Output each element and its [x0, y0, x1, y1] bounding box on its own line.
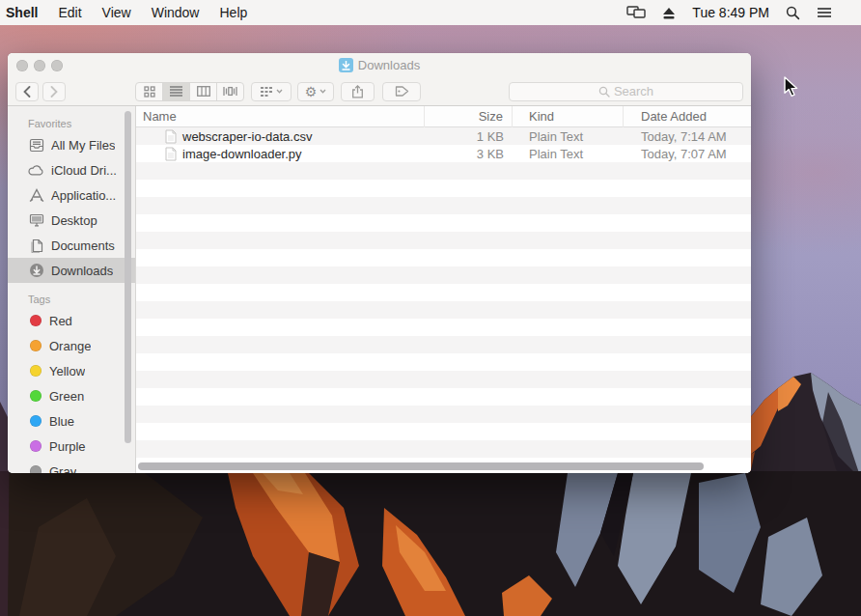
sidebar-tag-gray[interactable]: Gray [8, 459, 135, 473]
tag-label: Purple [49, 439, 86, 454]
chevron-down-icon [319, 89, 326, 94]
favorites-section-label: Favorites [8, 115, 135, 132]
sidebar-item-downloads[interactable]: Downloads [8, 258, 135, 283]
file-name: webscraper-io-data.csv [182, 129, 312, 144]
toolbar: ⚙ Search [8, 77, 751, 105]
sidebar-item-documents[interactable]: Documents [8, 233, 135, 258]
tag-color-dot [30, 390, 42, 402]
document-icon [165, 147, 177, 161]
horizontal-scrollbar[interactable] [138, 462, 704, 470]
zoom-button[interactable] [51, 60, 63, 71]
sidebar-tag-blue[interactable]: Blue [8, 408, 135, 434]
file-list: Name Size Kind Date Added webscraper-io-… [136, 106, 751, 473]
table-row[interactable]: webscraper-io-data.csv 1 KB Plain Text T… [136, 127, 751, 145]
menu-bar: Shell Edit View Window Help Tue 8:49 PM [0, 0, 861, 25]
documents-icon [28, 238, 44, 254]
sidebar-item-icloud-drive[interactable]: iCloud Dri... [8, 157, 135, 182]
coverflow-view-button[interactable] [217, 83, 243, 100]
sidebar-item-label: All My Files [51, 138, 115, 153]
column-headers: Name Size Kind Date Added [136, 106, 751, 127]
desktop: Shell Edit View Window Help Tue 8:49 PM [0, 0, 861, 616]
list-view-button[interactable] [163, 83, 190, 100]
sidebar-tag-purple[interactable]: Purple [8, 434, 135, 459]
sidebar-tag-green[interactable]: Green [8, 383, 135, 408]
tag-label: Blue [49, 414, 74, 429]
sidebar-item-label: Applicatio... [51, 188, 116, 203]
file-kind: Plain Text [513, 147, 624, 161]
column-header-date-added[interactable]: Date Added [624, 106, 751, 127]
view-mode-control [135, 82, 244, 101]
file-rows: webscraper-io-data.csv 1 KB Plain Text T… [136, 127, 751, 473]
search-placeholder: Search [614, 84, 653, 98]
sidebar-item-label: Downloads [51, 264, 113, 278]
downloads-icon [28, 263, 44, 279]
search-icon [598, 86, 610, 98]
tag-color-dot [30, 340, 42, 351]
sidebar-item-label: Desktop [51, 213, 97, 228]
sidebar-item-label: Documents [51, 238, 115, 253]
menu-item-edit[interactable]: Edit [58, 5, 81, 20]
tag-color-dot [30, 415, 42, 427]
sidebar-item-label: iCloud Dri... [51, 163, 117, 178]
sidebar-item-all-my-files[interactable]: All My Files [8, 132, 135, 157]
menu-item-window[interactable]: Window [152, 5, 200, 20]
tag-color-dot [30, 440, 42, 452]
all-my-files-icon [28, 137, 44, 154]
sidebar-tag-orange[interactable]: Orange [8, 333, 135, 358]
file-kind: Plain Text [513, 129, 624, 144]
menu-clock[interactable]: Tue 8:49 PM [692, 5, 769, 20]
tag-label: Gray [49, 464, 76, 474]
column-view-button[interactable] [190, 83, 217, 100]
tag-label: Red [49, 314, 72, 328]
file-name: image-downloader.py [182, 147, 302, 161]
gear-icon: ⚙ [305, 85, 318, 98]
icloud-icon [28, 162, 44, 179]
table-row[interactable]: image-downloader.py 3 KB Plain Text Toda… [136, 145, 751, 162]
close-button[interactable] [16, 60, 28, 71]
menu-item-shell[interactable]: Shell [6, 5, 38, 20]
menu-item-view[interactable]: View [102, 5, 131, 20]
tag-color-dot [30, 315, 42, 326]
sidebar: Favorites All My Files iCloud Dri... [8, 106, 136, 473]
title-bar[interactable]: Downloads [8, 53, 751, 77]
tag-color-dot [30, 365, 42, 377]
sidebar-scrollbar[interactable] [125, 111, 131, 443]
window-title: Downloads [358, 58, 420, 72]
arrange-button[interactable] [251, 82, 292, 101]
minimize-button[interactable] [34, 60, 45, 71]
finder-window: Downloads [8, 53, 751, 473]
tags-button[interactable] [382, 82, 421, 101]
notification-center-icon[interactable] [817, 7, 832, 18]
sidebar-tag-yellow[interactable]: Yellow [8, 358, 135, 383]
file-size: 1 KB [425, 129, 513, 144]
forward-button[interactable] [42, 82, 66, 101]
column-header-kind[interactable]: Kind [513, 106, 624, 127]
column-header-name[interactable]: Name [136, 106, 425, 127]
menu-item-help[interactable]: Help [219, 5, 247, 20]
tag-label: Yellow [49, 364, 85, 378]
icon-view-button[interactable] [136, 83, 163, 100]
tag-label: Orange [49, 339, 91, 353]
eject-icon[interactable] [662, 7, 676, 19]
action-gear-button[interactable]: ⚙ [297, 82, 334, 101]
column-header-size[interactable]: Size [425, 106, 513, 127]
downloads-folder-icon [339, 58, 353, 72]
sidebar-item-desktop[interactable]: Desktop [8, 208, 135, 233]
spotlight-icon[interactable] [786, 6, 800, 20]
tag-icon [395, 85, 409, 98]
back-button[interactable] [15, 82, 39, 101]
share-icon [351, 85, 364, 98]
file-size: 3 KB [425, 147, 513, 161]
file-date-added: Today, 7:14 AM [624, 129, 751, 144]
search-input[interactable]: Search [509, 82, 743, 101]
document-icon [165, 129, 177, 144]
file-date-added: Today, 7:07 AM [624, 147, 751, 161]
sidebar-tag-red[interactable]: Red [8, 308, 135, 333]
displays-icon[interactable] [626, 6, 646, 19]
tag-color-dot [30, 465, 42, 473]
desktop-icon [28, 212, 44, 229]
chevron-down-icon [276, 89, 283, 94]
sidebar-item-applications[interactable]: Applicatio... [8, 182, 135, 208]
share-button[interactable] [341, 82, 375, 101]
window-chrome: Downloads [8, 53, 751, 106]
